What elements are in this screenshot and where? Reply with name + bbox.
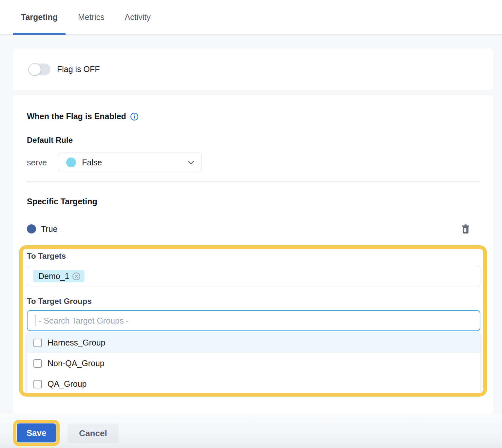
variation-rule-row: True	[27, 224, 479, 234]
delete-rule-trash-icon[interactable]	[461, 224, 470, 234]
cancel-button[interactable]: Cancel	[68, 423, 119, 443]
flag-state-label: Flag is OFF	[57, 65, 100, 74]
section-divider	[27, 181, 479, 182]
flag-toggle-knob	[29, 63, 41, 76]
checkbox[interactable]	[33, 380, 42, 388]
flag-state-card: Flag is OFF	[13, 48, 493, 90]
serve-label: serve	[27, 158, 47, 167]
targets-input[interactable]: Demo_1	[27, 266, 480, 286]
variation-label: True	[41, 224, 57, 234]
targeting-rules-card: When the Flag is Enabled Default Rule se…	[13, 95, 493, 413]
footer-actions: Save Cancel	[0, 413, 502, 448]
option-label: Non-QA_Group	[48, 359, 105, 368]
card-heading: When the Flag is Enabled	[27, 112, 126, 121]
active-tab-underline	[13, 33, 66, 35]
save-highlight-ring: Save	[13, 420, 60, 446]
target-chip-label: Demo_1	[38, 271, 69, 281]
save-button[interactable]: Save	[17, 423, 56, 442]
flag-toggle[interactable]	[29, 64, 50, 75]
selected-variation-label: False	[82, 158, 102, 167]
option-label: Harness_Group	[48, 338, 105, 347]
default-variation-select[interactable]: False	[59, 153, 202, 172]
dropdown-option[interactable]: Harness_Group	[27, 332, 480, 353]
dropdown-option[interactable]: QA_Group	[27, 374, 480, 394]
checkbox[interactable]	[33, 339, 42, 347]
chevron-down-icon	[188, 160, 194, 165]
default-rule-title: Default Rule	[27, 136, 479, 145]
variation-color-dot	[66, 158, 76, 167]
option-label: QA_Group	[48, 379, 87, 389]
target-chip: Demo_1	[33, 270, 85, 282]
tab-bar: Targeting Metrics Activity	[0, 0, 502, 35]
variation-color-dot	[27, 224, 36, 233]
specific-targeting-title: Specific Targeting	[27, 197, 479, 206]
tab-label: Activity	[125, 12, 151, 22]
targeting-highlight-box: To Targets Demo_1 To Target Groups	[19, 245, 487, 397]
chip-remove-icon[interactable]	[72, 272, 81, 281]
tab-label: Targeting	[21, 12, 58, 22]
target-groups-search-input[interactable]	[27, 310, 480, 331]
page-content: Flag is OFF When the Flag is Enabled Def…	[0, 35, 502, 413]
checkbox[interactable]	[33, 359, 42, 368]
to-targets-label: To Targets	[27, 252, 480, 261]
tab-targeting[interactable]: Targeting	[21, 0, 58, 35]
tab-activity[interactable]: Activity	[125, 0, 151, 35]
dropdown-option[interactable]: Non-QA_Group	[27, 353, 480, 374]
info-icon[interactable]	[130, 112, 139, 121]
text-cursor	[35, 315, 35, 326]
tab-label: Metrics	[78, 12, 105, 22]
to-target-groups-label: To Target Groups	[27, 297, 480, 306]
target-groups-dropdown: Harness_Group Non-QA_Group QA_Group	[27, 332, 480, 394]
tab-metrics[interactable]: Metrics	[78, 0, 105, 35]
